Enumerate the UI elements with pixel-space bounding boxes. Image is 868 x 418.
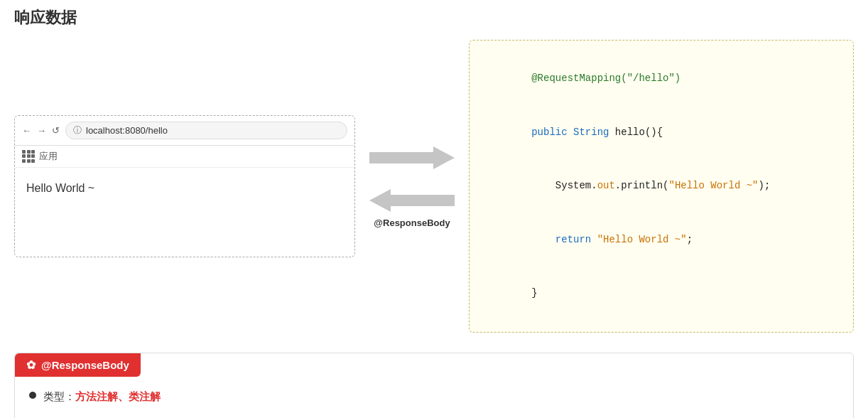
bookmarks-bar: 应用 [15,146,354,168]
keyword-public: public [531,127,567,138]
section-title: 响应数据 [14,7,854,28]
url-bar[interactable]: ⓘ localhost:8080/hello [65,122,347,139]
svg-marker-0 [369,146,455,169]
right-arrow [369,144,455,172]
right-arrow-wrapper [369,144,455,172]
svg-marker-1 [369,189,455,212]
keyword-string: String [573,127,609,138]
back-button[interactable]: ← [22,125,31,136]
left-arrow [369,186,455,215]
code-panel: @RequestMapping("/hello") public String … [469,40,854,333]
forward-button[interactable]: → [37,125,46,136]
code-line-2: public String hello(){ [484,106,839,160]
bookmarks-label: 应用 [39,150,58,163]
string-value-1: "Hello World ~" [668,180,758,191]
info-icon: ⓘ [73,124,82,136]
response-body-arrow-label: @ResponseBody [374,218,450,228]
keyword-return: return [555,234,591,245]
diagram-area: ← → ↺ ⓘ localhost:8080/hello 应用 Hello Wo… [14,40,854,333]
list-item-location: 位置：Controller方法上/类上 [29,415,839,418]
code-line-5: } [484,267,839,321]
code-line-1: @RequestMapping("/hello") [484,52,839,106]
out-keyword: out [597,180,615,191]
url-text: localhost:8080/hello [86,125,168,136]
browser-mockup: ← → ↺ ⓘ localhost:8080/hello 应用 Hello Wo… [14,115,355,257]
info-card-header: ✿ @ResponseBody [15,353,141,377]
type-value: 方法注解、类注解 [75,390,161,402]
hello-world-text: Hello World ~ [26,182,94,194]
list-item-type: 类型：方法注解、类注解 [29,388,839,405]
info-card: ✿ @ResponseBody 类型：方法注解、类注解 位置：Controlle… [14,353,854,418]
type-label: 类型： [43,390,75,402]
code-line-3: System.out.println("Hello World ~"); [484,159,839,213]
code-line-4: return "Hello World ~"; [484,213,839,267]
gear-icon: ✿ [26,358,36,372]
info-list: 类型：方法注解、类注解 位置：Controller方法上/类上 作用：将方法返回… [15,388,853,418]
bullet-icon [29,392,36,399]
page-container: 响应数据 ← → ↺ ⓘ localhost:8080/hello 应用 [0,0,868,418]
left-arrow-wrapper: @ResponseBody [369,186,455,228]
arrows-area: @ResponseBody [355,144,469,228]
apps-icon [22,150,35,163]
browser-toolbar: ← → ↺ ⓘ localhost:8080/hello [15,116,354,146]
info-card-title: @ResponseBody [41,359,129,371]
string-value-2: "Hello World ~" [597,234,687,245]
reload-button[interactable]: ↺ [52,125,60,136]
browser-content: Hello World ~ [15,168,354,239]
annotation-text: @RequestMapping("/hello") [531,73,680,84]
